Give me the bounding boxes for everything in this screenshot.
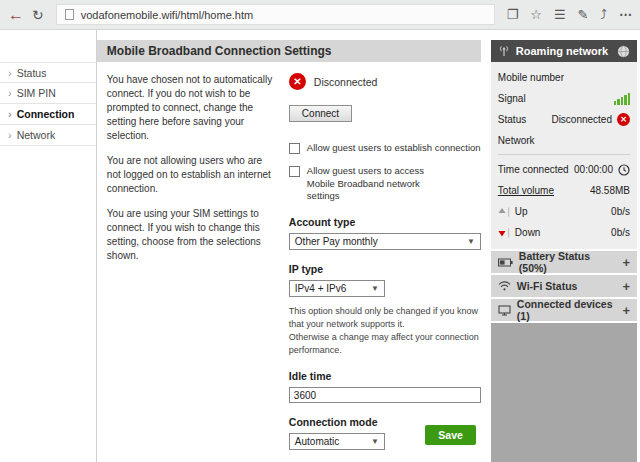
chevron-right-icon: › <box>8 87 12 99</box>
sidebar-item-network[interactable]: › Network <box>0 125 96 146</box>
sidebar-item-label: SIM PIN <box>17 87 56 99</box>
row-status: Status Disconnected ✕ <box>491 109 637 130</box>
page-title: Mobile Broadband Connection Settings <box>97 40 481 62</box>
connection-mode-select[interactable]: Automatic ▼ <box>289 433 385 450</box>
back-icon[interactable]: ← <box>8 7 24 23</box>
antenna-icon <box>498 45 510 57</box>
sidebar-item-status[interactable]: › Status <box>0 62 96 83</box>
row-label: Signal <box>498 93 526 104</box>
row-label: Up <box>515 206 528 217</box>
row-up: Up 0b/s <box>491 201 637 222</box>
hub-icon[interactable]: ☰ <box>554 8 566 21</box>
main-content: Mobile Broadband Connection Settings You… <box>97 30 486 462</box>
panel-title: Roaming network <box>516 45 608 57</box>
page-icon <box>65 9 74 20</box>
devices-icon <box>498 305 511 316</box>
address-bar[interactable]: vodafonemobile.wifi/html/home.htm <box>56 4 495 25</box>
guest-connection-label: Allow guest users to establish connectio… <box>307 142 481 155</box>
connection-status: ✕ Disconnected <box>289 73 481 90</box>
disconnected-x-icon: ✕ <box>617 113 630 126</box>
favorites-star-icon[interactable]: ☆ <box>530 8 542 21</box>
idle-time-input[interactable] <box>289 387 481 403</box>
toolbar-icons: ❐ ☆ ☰ ✎ ⤴ ⋯ <box>507 8 632 21</box>
section-wifi-status[interactable]: Wi-Fi Status + <box>491 275 637 297</box>
guest-connection-checkbox-row: Allow guest users to establish connectio… <box>289 142 481 155</box>
section-label: Battery Status (50%) <box>519 250 617 274</box>
account-type-label: Account type <box>289 216 481 228</box>
left-nav: › Status › SIM PIN › Connection › Networ… <box>0 30 97 462</box>
guest-settings-label: Allow guest users to access Mobile Broad… <box>307 165 445 203</box>
ip-type-note: This option should only be changed if yo… <box>289 305 479 357</box>
row-label: Down <box>515 227 541 238</box>
sidebar-item-sim-pin[interactable]: › SIM PIN <box>0 83 96 104</box>
guest-settings-checkbox-row: Allow guest users to access Mobile Broad… <box>289 165 481 203</box>
row-label: Mobile number <box>498 72 564 83</box>
account-type-select[interactable]: Other Pay monthly ▼ <box>289 233 481 250</box>
row-value: Disconnected <box>551 114 612 125</box>
upload-arrow-icon <box>498 207 511 217</box>
row-mobile-number: Mobile number <box>491 67 637 88</box>
row-label: Status <box>498 114 526 125</box>
download-arrow-icon <box>498 228 511 238</box>
reading-view-icon[interactable]: ❐ <box>507 8 519 21</box>
expand-plus-icon[interactable]: + <box>622 279 630 294</box>
signal-bars-icon <box>614 93 631 105</box>
expand-plus-icon[interactable]: + <box>622 303 630 318</box>
browser-toolbar: ← ↻ vodafonemobile.wifi/html/home.htm ❐ … <box>0 0 640 30</box>
connection-mode-value: Automatic <box>295 436 339 447</box>
connect-button[interactable]: Connect <box>289 105 352 122</box>
battery-icon <box>498 258 513 267</box>
row-total-volume: Total volume 48.58MB <box>491 180 637 201</box>
total-volume-link[interactable]: Total volume <box>498 185 554 196</box>
chevron-down-icon: ▼ <box>371 437 379 446</box>
row-label: Time connected <box>498 164 569 175</box>
row-value: 00:00:00 <box>574 164 613 175</box>
divider <box>498 154 630 155</box>
settings-column: ✕ Disconnected Connect Allow guest users… <box>289 73 481 462</box>
sidebar-item-label: Connection <box>17 108 75 120</box>
row-label: Network <box>498 135 535 146</box>
chevron-down-icon: ▼ <box>371 284 379 293</box>
chevron-right-icon: › <box>8 67 12 79</box>
row-value: 0b/s <box>611 227 630 238</box>
expand-plus-icon[interactable]: + <box>622 255 630 270</box>
ip-type-select[interactable]: IPv4 + IPv6 ▼ <box>289 280 385 297</box>
section-label: Connected devices (1) <box>517 298 617 322</box>
roaming-network-header: Roaming network <box>491 40 637 62</box>
save-button[interactable]: Save <box>425 425 476 445</box>
row-network: Network <box>491 130 637 151</box>
row-time-connected: Time connected 00:00:00 <box>491 159 637 180</box>
browser-window: ← ↻ vodafonemobile.wifi/html/home.htm ❐ … <box>0 0 640 462</box>
note-line: Otherwise a change may affect your conne… <box>289 331 479 357</box>
section-label: Wi-Fi Status <box>517 280 578 292</box>
globe-icon <box>617 45 630 58</box>
note-line: This option should only be changed if yo… <box>289 305 479 331</box>
panel-body: Mobile number Signal Status Disconnected… <box>491 62 637 249</box>
row-down: Down 0b/s <box>491 222 637 243</box>
section-battery-status[interactable]: Battery Status (50%) + <box>491 251 637 273</box>
account-type-value: Other Pay monthly <box>295 236 378 247</box>
disconnected-x-icon: ✕ <box>289 73 306 90</box>
web-note-icon[interactable]: ✎ <box>578 8 589 21</box>
page-content: › Status › SIM PIN › Connection › Networ… <box>0 30 640 462</box>
share-icon[interactable]: ⤴ <box>601 8 608 21</box>
ip-type-value: IPv4 + IPv6 <box>295 283 346 294</box>
refresh-icon[interactable]: ↻ <box>32 8 44 22</box>
sidebar-item-label: Network <box>17 129 56 141</box>
chevron-right-icon: › <box>8 129 12 141</box>
sidebar-item-connection[interactable]: › Connection <box>0 104 96 125</box>
info-paragraph: You have chosen not to automatically con… <box>107 73 275 143</box>
more-icon[interactable]: ⋯ <box>619 8 632 21</box>
clock-icon <box>618 164 630 176</box>
section-connected-devices[interactable]: Connected devices (1) + <box>491 299 637 321</box>
guest-settings-checkbox[interactable] <box>289 166 300 177</box>
info-paragraph: You are using your SIM settings to conne… <box>107 207 275 263</box>
guest-connection-checkbox[interactable] <box>289 143 300 154</box>
chevron-right-icon: › <box>8 108 12 120</box>
chevron-down-icon: ▼ <box>467 237 475 246</box>
url-text: vodafonemobile.wifi/html/home.htm <box>81 9 253 21</box>
row-value: 48.58MB <box>590 185 630 196</box>
status-panel: Roaming network Mobile number Signal <box>486 30 640 462</box>
panel-empty-area <box>491 323 637 462</box>
row-signal: Signal <box>491 88 637 109</box>
